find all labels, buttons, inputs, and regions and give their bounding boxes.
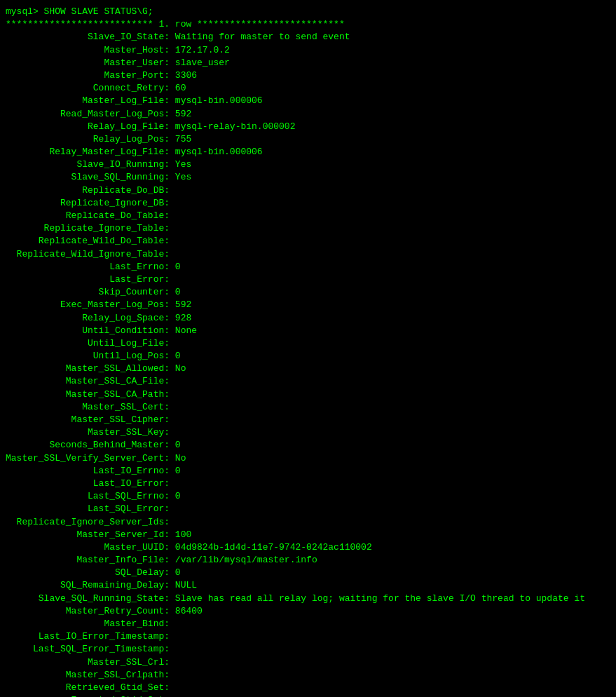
- field-row: Slave_IO_State: Waiting for master to se…: [6, 31, 610, 43]
- field-row: Master_SSL_Cert:: [6, 401, 610, 414]
- field-name: Last_Errno:: [6, 262, 175, 272]
- field-name: Master_SSL_Cipher:: [6, 414, 175, 425]
- field-row: Relay_Log_Pos: 755: [6, 133, 610, 146]
- field-name: Master_Server_Id:: [6, 529, 175, 540]
- field-name: Replicate_Wild_Ignore_Table:: [6, 249, 175, 259]
- field-row: Master_SSL_Crl:: [6, 656, 610, 669]
- field-name: Master_SSL_Crl:: [6, 657, 175, 668]
- field-value: Yes: [175, 172, 191, 182]
- field-name: Last_SQL_Error_Timestamp:: [6, 644, 175, 654]
- field-name: Master_UUID:: [6, 542, 175, 553]
- field-row: Last_IO_Error_Timestamp:: [6, 630, 610, 643]
- field-name: Read_Master_Log_Pos:: [6, 109, 175, 119]
- field-name: Master_SSL_Cert:: [6, 402, 175, 412]
- field-row: Slave_SQL_Running_State: Slave has read …: [6, 593, 610, 605]
- field-name: Connect_Retry:: [6, 83, 175, 93]
- field-row: Master_Host: 172.17.0.2: [6, 44, 610, 57]
- field-name: Until_Condition:: [6, 325, 175, 336]
- field-name: Master_SSL_Crlpath:: [6, 670, 175, 680]
- field-value: No: [175, 453, 186, 463]
- field-row: Relay_Log_Space: 928: [6, 312, 610, 325]
- field-row: Slave_IO_Running: Yes: [6, 158, 610, 171]
- field-row: Master_SSL_Key:: [6, 426, 610, 439]
- field-value: Yes: [175, 159, 191, 170]
- field-name: Master_SSL_CA_File:: [6, 376, 175, 386]
- field-value: Waiting for master to send event: [175, 32, 350, 42]
- field-row: Master_Log_File: mysql-bin.000006: [6, 95, 610, 107]
- field-name: Master_User:: [6, 57, 175, 68]
- field-value: No: [175, 363, 186, 374]
- field-value: None: [175, 325, 197, 336]
- field-name: Replicate_Do_Table:: [6, 210, 175, 221]
- field-name: Master_Bind:: [6, 618, 175, 629]
- field-value: 0: [175, 466, 181, 476]
- field-row: Until_Log_File:: [6, 337, 610, 350]
- field-row: Read_Master_Log_Pos: 592: [6, 108, 610, 121]
- fields-container: Slave_IO_State: Waiting for master to se…: [6, 31, 610, 697]
- field-row: Last_SQL_Error_Timestamp:: [6, 643, 610, 656]
- field-row: Last_Error:: [6, 273, 610, 286]
- field-name: Seconds_Behind_Master:: [6, 440, 175, 450]
- field-row: Until_Log_Pos: 0: [6, 350, 610, 363]
- field-name: Replicate_Ignore_Server_Ids:: [6, 517, 175, 527]
- field-value: /var/lib/mysql/master.info: [175, 555, 317, 565]
- field-row: Exec_Master_Log_Pos: 592: [6, 299, 610, 311]
- field-name: Skip_Counter:: [6, 287, 175, 297]
- field-name: Replicate_Ignore_Table:: [6, 223, 175, 234]
- field-value: 0: [175, 440, 181, 450]
- field-row: Master_Retry_Count: 86400: [6, 605, 610, 618]
- field-name: Relay_Log_File:: [6, 121, 175, 132]
- field-row: Connect_Retry: 60: [6, 82, 610, 95]
- field-name: Master_Port:: [6, 70, 175, 81]
- field-value: 172.17.0.2: [175, 45, 230, 55]
- field-name: Last_IO_Error_Timestamp:: [6, 631, 175, 642]
- field-value: 0: [175, 351, 181, 361]
- field-row: Replicate_Wild_Do_Table:: [6, 235, 610, 248]
- field-row: Master_Server_Id: 100: [6, 529, 610, 541]
- field-name: Last_IO_Errno:: [6, 466, 175, 476]
- field-row: Master_SSL_Verify_Server_Cert: No: [6, 452, 610, 465]
- field-row: Master_SSL_Allowed: No: [6, 363, 610, 375]
- field-name: Master_SSL_Key:: [6, 427, 175, 438]
- field-name: Until_Log_File:: [6, 338, 175, 348]
- field-row: SQL_Remaining_Delay: NULL: [6, 579, 610, 592]
- field-row: Last_IO_Error:: [6, 478, 610, 490]
- field-row: Master_Port: 3306: [6, 69, 610, 82]
- field-value: Slave has read all relay log; waiting fo…: [175, 593, 585, 604]
- field-row: Slave_SQL_Running: Yes: [6, 171, 610, 184]
- field-value: NULL: [175, 580, 197, 590]
- field-row: Master_Bind:: [6, 618, 610, 630]
- field-value: 0: [175, 491, 181, 501]
- field-name: Slave_IO_State:: [6, 32, 175, 42]
- field-row: Last_IO_Errno: 0: [6, 465, 610, 478]
- field-row: Master_UUID: 04d9824b-1d4d-11e7-9742-024…: [6, 541, 610, 554]
- field-row: Master_Info_File: /var/lib/mysql/master.…: [6, 554, 610, 567]
- field-name: Until_Log_Pos:: [6, 351, 175, 361]
- field-name: Relay_Log_Pos:: [6, 134, 175, 144]
- field-value: slave_user: [175, 57, 230, 68]
- field-row: Relay_Log_File: mysql-relay-bin.000002: [6, 121, 610, 133]
- field-name: Replicate_Wild_Do_Table:: [6, 236, 175, 246]
- field-name: Retrieved_Gtid_Set:: [6, 682, 175, 693]
- terminal-output: mysql> SHOW SLAVE STATUS\G;*************…: [6, 6, 610, 31]
- field-name: Last_IO_Error:: [6, 478, 175, 489]
- field-row: Replicate_Ignore_Server_Ids:: [6, 516, 610, 529]
- field-name: Slave_SQL_Running:: [6, 172, 175, 182]
- field-value: mysql-bin.000006: [175, 95, 263, 106]
- field-row: Master_SSL_CA_File:: [6, 375, 610, 388]
- field-row: Relay_Master_Log_File: mysql-bin.000006: [6, 146, 610, 158]
- field-row: Retrieved_Gtid_Set:: [6, 682, 610, 694]
- field-row: Replicate_Wild_Ignore_Table:: [6, 248, 610, 261]
- row-separator: *************************** 1. row *****…: [6, 18, 610, 31]
- field-name: Master_SSL_CA_Path:: [6, 389, 175, 400]
- field-name: Master_Log_File:: [6, 95, 175, 106]
- field-row: Replicate_Do_DB:: [6, 184, 610, 197]
- field-name: SQL_Delay:: [6, 567, 175, 578]
- field-row: Replicate_Do_Table:: [6, 210, 610, 222]
- field-value: mysql-relay-bin.000002: [175, 121, 296, 132]
- field-value: 0: [175, 567, 181, 578]
- field-name: Slave_SQL_Running_State:: [6, 593, 175, 604]
- field-name: Relay_Master_Log_File:: [6, 147, 175, 157]
- field-row: Skip_Counter: 0: [6, 286, 610, 299]
- field-name: Last_Error:: [6, 274, 175, 285]
